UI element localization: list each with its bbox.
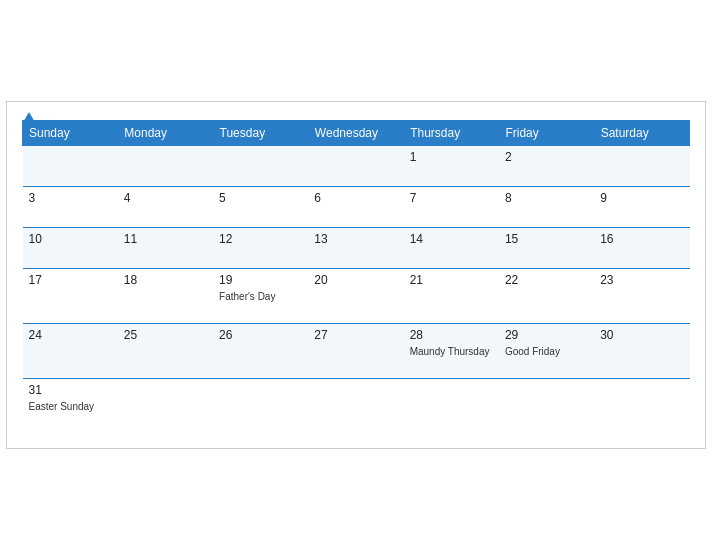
- calendar-cell: 28Maundy Thursday: [404, 324, 499, 379]
- day-number: 14: [410, 232, 493, 246]
- day-number: 15: [505, 232, 588, 246]
- calendar-cell: 20: [308, 269, 403, 324]
- calendar-cell: 17: [23, 269, 118, 324]
- calendar-cell: [213, 146, 308, 187]
- calendar-cell: [499, 379, 594, 434]
- day-number: 2: [505, 150, 588, 164]
- day-number: 29: [505, 328, 588, 342]
- day-number: 6: [314, 191, 397, 205]
- day-number: 13: [314, 232, 397, 246]
- calendar-cell: 11: [118, 228, 213, 269]
- day-of-week-header: Tuesday: [213, 121, 308, 146]
- calendar-cell: 5: [213, 187, 308, 228]
- calendar-cell: 29Good Friday: [499, 324, 594, 379]
- day-event: Maundy Thursday: [410, 346, 490, 357]
- calendar-grid: SundayMondayTuesdayWednesdayThursdayFrid…: [22, 120, 690, 433]
- day-number: 26: [219, 328, 302, 342]
- day-number: 24: [29, 328, 112, 342]
- calendar-cell: [308, 379, 403, 434]
- calendar-cell: 12: [213, 228, 308, 269]
- day-number: 16: [600, 232, 683, 246]
- day-of-week-header: Thursday: [404, 121, 499, 146]
- day-event: Easter Sunday: [29, 401, 95, 412]
- day-number: 4: [124, 191, 207, 205]
- calendar-cell: 18: [118, 269, 213, 324]
- day-of-week-header: Sunday: [23, 121, 118, 146]
- calendar-cell: 30: [594, 324, 689, 379]
- calendar-cell: 8: [499, 187, 594, 228]
- day-of-week-header: Monday: [118, 121, 213, 146]
- calendar-container: SundayMondayTuesdayWednesdayThursdayFrid…: [6, 101, 706, 449]
- calendar-cell: 1: [404, 146, 499, 187]
- calendar-cell: [213, 379, 308, 434]
- day-number: 1: [410, 150, 493, 164]
- calendar-cell: 2: [499, 146, 594, 187]
- calendar-cell: 3: [23, 187, 118, 228]
- calendar-cell: [308, 146, 403, 187]
- day-number: 21: [410, 273, 493, 287]
- day-number: 28: [410, 328, 493, 342]
- calendar-cell: 16: [594, 228, 689, 269]
- calendar-cell: [594, 379, 689, 434]
- day-number: 19: [219, 273, 302, 287]
- day-number: 31: [29, 383, 112, 397]
- day-of-week-header: Wednesday: [308, 121, 403, 146]
- day-number: 18: [124, 273, 207, 287]
- calendar-cell: 22: [499, 269, 594, 324]
- day-number: 22: [505, 273, 588, 287]
- calendar-cell: [404, 379, 499, 434]
- day-number: 12: [219, 232, 302, 246]
- day-of-week-header: Saturday: [594, 121, 689, 146]
- calendar-cell: [23, 146, 118, 187]
- days-header-row: SundayMondayTuesdayWednesdayThursdayFrid…: [23, 121, 690, 146]
- calendar-cell: [118, 146, 213, 187]
- day-number: 5: [219, 191, 302, 205]
- day-of-week-header: Friday: [499, 121, 594, 146]
- day-number: 7: [410, 191, 493, 205]
- day-number: 20: [314, 273, 397, 287]
- day-number: 25: [124, 328, 207, 342]
- calendar-cell: 25: [118, 324, 213, 379]
- calendar-cell: 7: [404, 187, 499, 228]
- calendar-cell: 21: [404, 269, 499, 324]
- logo-triangle-icon: [22, 112, 36, 124]
- day-number: 30: [600, 328, 683, 342]
- logo-blue-text: [22, 112, 38, 124]
- day-number: 23: [600, 273, 683, 287]
- calendar-cell: 26: [213, 324, 308, 379]
- calendar-cell: [118, 379, 213, 434]
- day-number: 17: [29, 273, 112, 287]
- calendar-cell: 24: [23, 324, 118, 379]
- calendar-cell: 23: [594, 269, 689, 324]
- calendar-cell: [594, 146, 689, 187]
- calendar-cell: 13: [308, 228, 403, 269]
- day-event: Father's Day: [219, 291, 275, 302]
- day-number: 8: [505, 191, 588, 205]
- logo: [22, 112, 38, 124]
- calendar-cell: 31Easter Sunday: [23, 379, 118, 434]
- calendar-cell: 27: [308, 324, 403, 379]
- calendar-cell: 19Father's Day: [213, 269, 308, 324]
- day-number: 10: [29, 232, 112, 246]
- calendar-cell: 4: [118, 187, 213, 228]
- day-number: 11: [124, 232, 207, 246]
- day-event: Good Friday: [505, 346, 560, 357]
- calendar-cell: 10: [23, 228, 118, 269]
- calendar-cell: 15: [499, 228, 594, 269]
- calendar-cell: 6: [308, 187, 403, 228]
- day-number: 9: [600, 191, 683, 205]
- calendar-cell: 9: [594, 187, 689, 228]
- day-number: 27: [314, 328, 397, 342]
- day-number: 3: [29, 191, 112, 205]
- calendar-cell: 14: [404, 228, 499, 269]
